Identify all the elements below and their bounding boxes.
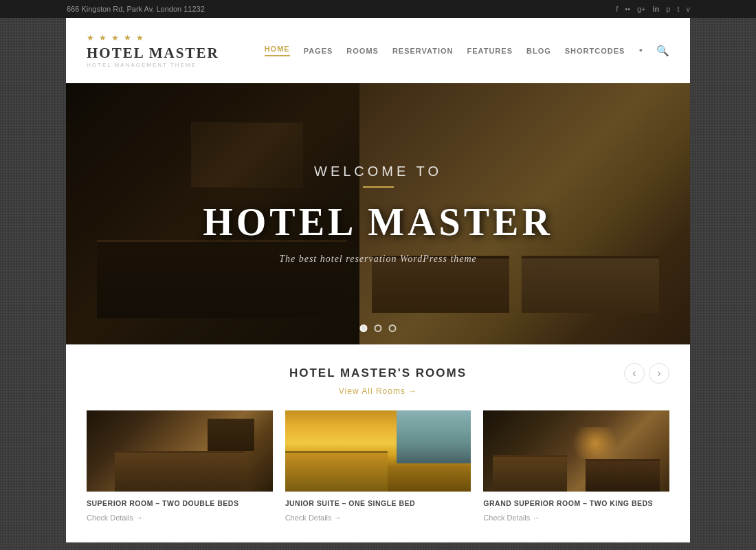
rooms-section: HOTEL MASTER'S ROOMS ‹ › View All Rooms …	[66, 344, 690, 542]
nav-rooms[interactable]: ROOMS	[346, 47, 379, 55]
room-name-3: GRAND SUPERIOR ROOM – TWO KING BEDS	[483, 499, 669, 507]
hero-dots	[360, 324, 397, 332]
room-check-details-2[interactable]: Check Details →	[285, 514, 342, 522]
nav-reservation[interactable]: RESERVATION	[392, 47, 454, 55]
hero-welcome-text: WELCOME TO	[314, 164, 442, 179]
logo-area: ★ ★ ★ ★ ★ HOTEL MASTER HOTEL MANAGEMENT …	[87, 33, 219, 68]
rooms-header-row: HOTEL MASTER'S ROOMS ‹ ›	[87, 366, 669, 380]
flickr-icon[interactable]: ••	[625, 5, 630, 13]
address-text: 666 Kingston Rd, Park Av. London 11232	[67, 5, 205, 13]
hero-subtitle: The best hotel reservation WordPress the…	[279, 254, 477, 265]
facebook-icon[interactable]: f	[616, 5, 618, 13]
room-image-3	[483, 410, 669, 492]
vimeo-icon[interactable]: v	[687, 5, 691, 13]
logo-name[interactable]: HOTEL MASTER	[87, 45, 219, 62]
linkedin-icon[interactable]: in	[653, 5, 660, 13]
view-all-link[interactable]: View All Rooms →	[339, 386, 418, 396]
stars: ★ ★ ★ ★ ★	[87, 33, 219, 43]
main-container: ★ ★ ★ ★ ★ HOTEL MASTER HOTEL MANAGEMENT …	[66, 18, 690, 542]
top-bar: 666 Kingston Rd, Park Av. London 11232 f…	[0, 0, 756, 18]
hero-content: WELCOME TO HOTEL MASTER The best hotel r…	[66, 83, 690, 344]
room-check-details-3[interactable]: Check Details →	[483, 514, 540, 522]
nav-more-dot[interactable]: •	[638, 45, 643, 57]
nav-features[interactable]: FEATURES	[467, 47, 513, 55]
room-card-3: GRAND SUPERIOR ROOM – TWO KING BEDS Chec…	[483, 410, 669, 523]
room-name-1: SUPERIOR ROOM – TWO DOUBLE BEDS	[87, 499, 273, 507]
room-check-details-1[interactable]: Check Details →	[87, 514, 143, 522]
room-image-1	[87, 410, 273, 492]
rooms-grid: SUPERIOR ROOM – TWO DOUBLE BEDS Check De…	[87, 410, 669, 523]
site-header: ★ ★ ★ ★ ★ HOTEL MASTER HOTEL MANAGEMENT …	[66, 18, 690, 83]
room-card-1: SUPERIOR ROOM – TWO DOUBLE BEDS Check De…	[87, 410, 273, 523]
pinterest-icon[interactable]: p	[666, 5, 670, 13]
main-nav: HOME PAGES ROOMS RESERVATION FEATURES BL…	[265, 45, 669, 57]
hero-dot-1[interactable]	[360, 324, 368, 332]
nav-blog[interactable]: BLOG	[526, 47, 551, 55]
search-icon[interactable]: 🔍	[656, 45, 669, 57]
social-icons-bar: f •• g+ in p t v	[616, 5, 690, 13]
hero-section: WELCOME TO HOTEL MASTER The best hotel r…	[66, 83, 690, 344]
logo-tagline: HOTEL MANAGEMENT THEME	[87, 62, 219, 68]
rooms-nav-buttons: ‹ ›	[624, 363, 669, 384]
rooms-section-title: HOTEL MASTER'S ROOMS	[289, 366, 467, 380]
googleplus-icon[interactable]: g+	[637, 5, 646, 13]
room-image-2	[285, 410, 471, 492]
hero-divider	[363, 186, 394, 188]
twitter-icon[interactable]: t	[677, 5, 679, 13]
room-card-2: JUNIOR SUITE – ONE SINGLE BED Check Deta…	[285, 410, 471, 523]
room-name-2: JUNIOR SUITE – ONE SINGLE BED	[285, 499, 471, 507]
view-all-link-row: View All Rooms →	[87, 384, 669, 397]
rooms-prev-button[interactable]: ‹	[624, 363, 645, 384]
hero-dot-3[interactable]	[389, 324, 397, 332]
nav-pages[interactable]: PAGES	[304, 47, 333, 55]
hero-title: HOTEL MASTER	[203, 200, 553, 244]
nav-shortcodes[interactable]: SHORTCODES	[565, 47, 625, 55]
rooms-next-button[interactable]: ›	[649, 363, 669, 384]
nav-home[interactable]: HOME	[265, 45, 290, 56]
hero-dot-2[interactable]	[375, 324, 382, 332]
